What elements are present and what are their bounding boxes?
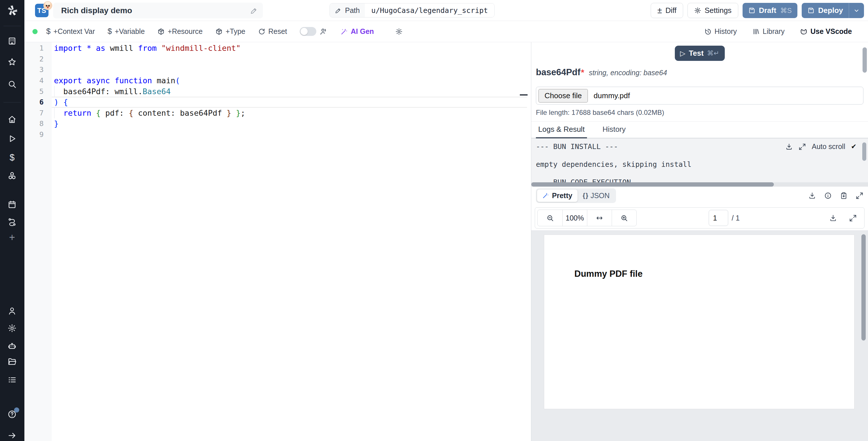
pdf-page-controls: / 1 [709, 210, 740, 226]
edit-title-pencil-icon[interactable] [250, 7, 258, 14]
test-label: Test [689, 49, 704, 58]
code-line[interactable]: 5 base64Pdf: wmill.Base64 [24, 86, 531, 97]
flows-route-icon[interactable] [7, 217, 17, 227]
schedules-calendar-icon[interactable] [7, 200, 17, 209]
code-line[interactable]: 9 [24, 129, 531, 140]
pretty-wand-icon [542, 192, 549, 199]
magic-wand-icon [340, 28, 348, 35]
draft-button[interactable]: Draft ⌘S [743, 3, 798, 18]
ai-gen-button[interactable]: AI Gen [340, 27, 374, 36]
deploy-dropdown-button[interactable] [849, 3, 864, 18]
page-number-input[interactable] [709, 210, 728, 226]
file-input[interactable]: Choose file dummy.pdf [536, 87, 863, 105]
collapse-arrow-icon[interactable] [7, 431, 17, 440]
scrollbar-thumb[interactable] [863, 48, 867, 72]
fullscreen-pdf-icon[interactable] [849, 214, 857, 222]
toolbar-right: History Library Use VScode [704, 27, 868, 36]
code-line[interactable]: 6) { [24, 97, 531, 108]
apps-building-icon[interactable] [7, 36, 17, 46]
logs-pane[interactable]: --- BUN INSTALL ---empty dependencies, s… [531, 138, 868, 187]
download-logs-icon[interactable] [785, 143, 793, 150]
runs-play-icon[interactable] [7, 134, 17, 144]
history-button[interactable]: History [704, 27, 737, 36]
package-icon [157, 28, 165, 35]
code-editor[interactable]: 1import * as wmill from "windmill-client… [24, 42, 531, 441]
variables-dollar-icon[interactable]: $ [7, 153, 17, 163]
folders-icon[interactable] [7, 357, 17, 366]
pretty-view-button[interactable]: Pretty [537, 189, 578, 202]
code-line[interactable]: 8} [24, 118, 531, 129]
workers-robot-icon[interactable] [7, 341, 17, 351]
editor-settings-button[interactable] [395, 28, 403, 35]
add-variable-button[interactable]: $ +Variable [107, 27, 145, 36]
resources-cubes-icon[interactable] [7, 171, 17, 181]
code-line[interactable]: 1import * as wmill from "windmill-client… [24, 43, 531, 54]
use-vscode-label: Use VScode [810, 27, 852, 36]
json-label: JSON [590, 192, 610, 200]
tab-history[interactable]: History [600, 125, 628, 138]
download-pdf-icon[interactable] [829, 214, 837, 222]
scrollbar-thumb[interactable] [861, 234, 866, 341]
help-icon[interactable] [7, 409, 17, 419]
dollar-icon: $ [46, 27, 51, 36]
diff-button[interactable]: ± Diff [651, 3, 683, 18]
result-header: Pretty { } JSON [531, 187, 868, 204]
run-panel: ▷ Test ⌘↵ base64Pdf * string, encoding: … [531, 42, 868, 441]
edit-path-pencil-icon [335, 7, 342, 14]
download-result-icon[interactable] [808, 192, 816, 200]
windmill-logo[interactable] [6, 4, 19, 17]
script-title-chip[interactable]: Rich display demo [53, 3, 263, 18]
home-icon[interactable] [7, 115, 17, 124]
fit-width-button[interactable] [587, 210, 612, 226]
choose-file-button[interactable]: Choose file [538, 89, 588, 102]
pdf-page-text: Dummy PDF file [575, 269, 643, 279]
path-chip[interactable]: Path u/HugoCasa/legendary_script [330, 3, 495, 18]
reset-button[interactable]: Reset [258, 27, 287, 36]
zoom-out-button[interactable] [538, 210, 562, 226]
path-value: u/HugoCasa/legendary_script [365, 3, 494, 17]
autoscroll-label[interactable]: Auto scroll [812, 142, 845, 151]
settings-gear-icon [694, 7, 701, 14]
add-type-button[interactable]: +Type [215, 27, 245, 36]
result-actions [808, 192, 863, 200]
user-icon[interactable] [7, 306, 17, 316]
multiplayer-toggle[interactable] [300, 27, 316, 36]
field-header: base64Pdf * string, encoding: base64 [536, 67, 863, 78]
settings-gear-icon[interactable] [7, 323, 17, 333]
audit-list-icon[interactable] [7, 375, 17, 385]
add-context-var-button[interactable]: $ +Context Var [46, 27, 95, 36]
script-title: Rich display demo [61, 6, 132, 15]
code-line[interactable]: 3 [24, 64, 531, 75]
info-icon[interactable] [824, 192, 832, 200]
app-sidebar: $ + [0, 0, 24, 441]
test-button[interactable]: ▷ Test ⌘↵ [675, 46, 725, 61]
library-button[interactable]: Library [752, 27, 784, 36]
zoom-in-button[interactable] [612, 210, 637, 226]
tab-logs-result[interactable]: Logs & Result [536, 125, 587, 138]
result-tabs: Logs & Result History [531, 122, 868, 138]
overview-ruler-cursor [520, 94, 528, 96]
library-label: Library [763, 27, 784, 36]
search-icon[interactable] [7, 79, 17, 89]
reset-label: Reset [268, 27, 287, 36]
add-resource-button[interactable]: +Resource [157, 27, 203, 36]
use-vscode-button[interactable]: Use VScode [800, 27, 852, 36]
favorites-star-icon[interactable] [7, 57, 17, 67]
json-view-button[interactable]: { } JSON [578, 189, 615, 202]
expand-result-icon[interactable] [856, 192, 863, 200]
expand-logs-icon[interactable] [799, 143, 806, 150]
pdf-viewer[interactable]: Dummy PDF file [531, 230, 868, 441]
scrollbar-thumb[interactable] [862, 142, 866, 161]
code-line[interactable]: 4export async function main( [24, 75, 531, 86]
code-line[interactable]: 7 return { pdf: { content: base64Pdf } }… [24, 108, 531, 119]
scrollbar-thumb[interactable] [531, 182, 774, 187]
code-line[interactable]: 2 [24, 54, 531, 65]
play-icon: ▷ [680, 49, 685, 57]
add-plus-icon[interactable]: + [7, 233, 17, 242]
copy-clipboard-icon[interactable] [840, 192, 848, 200]
settings-button[interactable]: Settings [687, 3, 738, 18]
notification-dot [14, 407, 19, 413]
file-length-info: File length: 17688 base64 chars (0.02MB) [536, 109, 863, 117]
deploy-button[interactable]: Deploy [802, 3, 849, 18]
horizontal-scrollbar[interactable] [531, 182, 868, 187]
